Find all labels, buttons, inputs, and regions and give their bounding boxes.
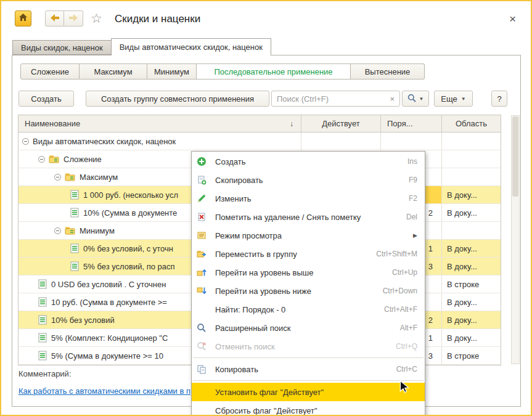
menu-item-label: Переместить в группу [215,250,369,259]
menu-item-label: Сбросить флаг "Действует" [215,406,410,415]
menu-shortcut: F9 [409,176,417,184]
item-icon [38,297,47,307]
cell-area: В доку... [442,258,501,275]
no-icon [197,387,209,397]
search-icon [407,94,416,104]
item-icon [38,315,47,325]
create-button[interactable]: Создать [18,91,74,107]
column-header-area[interactable]: Область [442,115,501,132]
cell-area: В доку... [442,293,501,311]
menu-item-label: Скопировать [215,176,401,185]
menu-item[interactable]: Режим просмотра▶ [192,226,425,245]
menu-shortcut: Ctrl+Shift+M [376,250,417,258]
cell-area [442,168,501,186]
vertical-scrollbar[interactable] [511,115,520,364]
folder-icon [65,173,75,181]
comment-label: Комментарий: [18,369,72,378]
create-group-button[interactable]: Создать группу совместного применения [86,91,269,107]
menu-item[interactable]: Сбросить флаг "Действует" [192,401,425,416]
menu-item-label: Установить флаг "Действует" [215,388,410,397]
copy-icon [197,364,209,374]
home-icon [18,13,28,24]
menu-item-label: Перейти на уровень ниже [215,287,375,296]
menu-item[interactable]: Расширенный поискAlt+F [192,319,425,337]
menu-item[interactable]: Установить флаг "Действует" [192,383,425,401]
cell-area: В доку... [442,186,501,203]
favorite-star-icon[interactable]: ☆ [91,11,102,26]
menu-shortcut: Del [406,213,417,221]
row-label: 0 USD без условий . С уточнен [51,280,166,289]
search-input[interactable] [272,94,385,104]
menu-item[interactable]: ИзменитьF2 [192,189,425,208]
row-label: Минимум [80,226,115,235]
menu-item-label: Копировать [215,365,389,374]
row-label: Максимум [80,173,118,182]
menu-shortcut: F2 [409,194,417,203]
back-button[interactable] [45,10,64,27]
menu-item[interactable]: Пометить на удаление / Снять пометкуDel [192,208,425,226]
folder-icon [65,226,75,235]
row-label: 5% без условий, по расп [83,262,175,271]
page-title: Скидки и наценки [115,13,200,25]
delmark-icon [197,212,209,222]
item-icon [70,243,79,253]
mouse-cursor [399,380,409,396]
home-button[interactable] [15,10,31,27]
chevron-down-icon: ▼ [419,96,424,102]
column-header-name[interactable]: Наименование ↓ [18,115,301,132]
cell-name: Виды автоматических скидок, наценок [18,133,301,150]
menu-item: Отменить поискCtrl+Q [192,337,425,356]
expand-toggle[interactable] [54,227,61,234]
expand-toggle[interactable] [54,174,61,181]
menu-item-label: Найти: Порядок - 0 [215,305,377,314]
more-button[interactable]: Еще ▼ [434,91,473,107]
menu-item[interactable]: КопироватьCtrl+C [192,360,425,378]
table-row[interactable]: Виды автоматических скидок, наценок [18,133,501,150]
scrollbar-thumb[interactable] [512,116,518,197]
cell-area: В доку... [442,329,501,346]
expand-toggle[interactable] [38,156,45,163]
more-label: Еще [441,94,457,104]
menu-item[interactable]: Перейти на уровень нижеCtrl+Down [192,282,425,300]
tab-discount-kinds[interactable]: Виды скидок, наценок [12,40,112,55]
mode-tab[interactable]: Максимум [80,63,147,80]
search-menu-button[interactable]: ▼ [402,91,429,107]
column-header-order[interactable]: Поря... [381,115,442,132]
row-label: 10% (Сумма в документе [83,208,177,218]
tab-auto-discount-kinds[interactable]: Виды автоматических скидок, наценок [111,38,271,55]
expand-toggle[interactable] [22,138,29,145]
searchcancel-icon [197,341,209,351]
mode-tab[interactable]: Минимум [147,63,197,80]
submenu-arrow-icon: ▶ [413,232,417,239]
mode-tab[interactable]: Вытеснение [351,63,425,80]
mode-tab[interactable]: Последовательное применение [197,63,351,80]
cell-area: В строке [442,347,501,364]
no-icon [197,304,209,314]
menu-item[interactable]: Перейти на уровень вышеCtrl+Up [192,263,425,282]
menu-item[interactable]: СкопироватьF9 [192,171,425,189]
viewmode-icon [197,230,209,240]
mode-tabs: СложениеМаксимумМинимумПоследовательное … [20,63,425,80]
menu-separator [193,380,424,381]
column-header-active[interactable]: Действует [301,115,381,132]
item-icon [70,208,79,218]
help-button[interactable]: ? [491,91,507,107]
cell-order [381,133,442,150]
menu-shortcut: Ins [407,157,417,166]
forward-button[interactable] [64,10,83,27]
close-icon[interactable]: × [509,12,516,26]
movegroup-icon [197,249,209,259]
menu-item[interactable]: Переместить в группуCtrl+Shift+M [192,245,425,263]
cell-area: В доку... [442,204,501,221]
mode-tab[interactable]: Сложение [20,63,80,80]
help-link[interactable]: Как работать с автоматическими скидками … [18,386,190,396]
tab-bar: Виды скидок, наценок Виды автоматических… [12,38,271,55]
menu-item[interactable]: СоздатьIns [192,152,425,171]
menu-shortcut: Ctrl+Q [396,342,417,351]
item-icon [38,351,47,361]
chevron-down-icon: ▼ [461,96,466,102]
no-icon [197,406,209,415]
sort-desc-icon: ↓ [290,120,293,128]
clear-search-icon[interactable]: × [385,94,399,104]
menu-item[interactable]: Найти: Порядок - 0Ctrl+Alt+F [192,300,425,319]
